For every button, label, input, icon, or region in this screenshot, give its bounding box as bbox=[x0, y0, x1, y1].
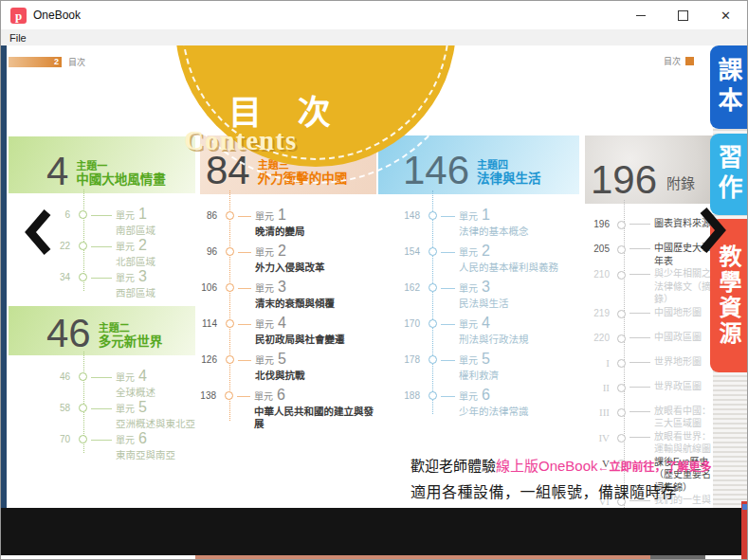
unit-label: 單元2 bbox=[459, 244, 558, 259]
appendix-row[interactable]: IV放眼看世界：運輸與航線圖 bbox=[585, 430, 714, 456]
unit-page-number: 148 bbox=[378, 208, 429, 221]
promo-link[interactable]: 線上版OneBook bbox=[496, 458, 598, 474]
appendix-row[interactable]: 219中國地形圖 bbox=[585, 306, 714, 331]
theme-banner[interactable]: 146主題四法律與生活 bbox=[378, 135, 579, 194]
unit-dash bbox=[441, 252, 455, 253]
unit-text: 單元1法律的基本概念 bbox=[459, 208, 529, 238]
unit-number: 3 bbox=[278, 280, 286, 295]
unit-word: 單元 bbox=[459, 392, 478, 402]
unit-text: 單元2北部區域 bbox=[116, 238, 155, 268]
unit-label: 單元1 bbox=[116, 207, 155, 222]
minimize-button[interactable] bbox=[619, 1, 662, 29]
toc-unit-row[interactable]: 148單元1法律的基本概念 bbox=[378, 208, 579, 244]
unit-text: 單元4民初政局與社會變遷 bbox=[255, 316, 345, 346]
toc-unit-row[interactable]: 188單元6少年的法律常識 bbox=[378, 388, 579, 424]
unit-word: 單元 bbox=[255, 356, 274, 366]
toc-unit-row[interactable]: 96單元2外力入侵與改革 bbox=[200, 244, 376, 280]
unit-label: 單元2 bbox=[255, 244, 325, 259]
theme-banner[interactable]: 4主題一中國大地風情畫 bbox=[9, 136, 195, 193]
prev-page-button[interactable] bbox=[23, 208, 51, 260]
unit-title: 法律的基本概念 bbox=[459, 226, 529, 238]
toc-unit-row[interactable]: 138單元6中華人民共和國的建立與發展 bbox=[200, 388, 376, 430]
unit-text: 單元5亞洲概述與東北亞 bbox=[116, 400, 195, 430]
unit-dash bbox=[441, 288, 455, 289]
unit-label: 單元1 bbox=[255, 208, 305, 223]
unit-label: 單元6 bbox=[116, 431, 175, 446]
unit-word: 單元 bbox=[116, 274, 135, 283]
appendix-banner[interactable]: 196附錄 bbox=[585, 135, 714, 204]
toc-unit-row[interactable]: 154單元2人民的基本權利與義務 bbox=[378, 244, 579, 280]
unit-text: 單元6中華人民共和國的建立與發展 bbox=[254, 388, 376, 430]
theme-banner[interactable]: 46主題二多元新世界 bbox=[9, 306, 195, 355]
corner-label: 目次 bbox=[68, 56, 85, 68]
appendix-row[interactable]: 205中國歷史大事年表 bbox=[585, 242, 714, 267]
maximize-button[interactable] bbox=[662, 1, 704, 29]
page-bottom-edge-grey bbox=[650, 555, 705, 560]
appendix-row[interactable]: 210與少年相關之法律條文（摘錄） bbox=[585, 267, 714, 306]
maximize-icon bbox=[678, 10, 688, 21]
unit-dash bbox=[91, 215, 112, 216]
unit-word: 單元 bbox=[255, 320, 274, 330]
appendix-item-title: 中國地形圖 bbox=[654, 306, 714, 319]
unit-dot bbox=[79, 273, 87, 281]
appendix-row[interactable]: 220中國政區圖 bbox=[585, 331, 714, 355]
unit-page-number: 114 bbox=[200, 316, 226, 329]
theme-page-number: 84 bbox=[206, 154, 250, 187]
unit-label: 單元1 bbox=[459, 208, 529, 223]
unit-number: 6 bbox=[138, 431, 147, 446]
chapter-tab-bar: 2 bbox=[9, 57, 62, 67]
appendix-row[interactable]: III放眼看中國：三大區域圖 bbox=[585, 405, 714, 430]
unit-number: 4 bbox=[278, 316, 286, 331]
appendix-dot bbox=[617, 221, 626, 229]
appendix-dash bbox=[629, 224, 650, 225]
toc-unit-row[interactable]: 46單元4全球概述 bbox=[9, 369, 195, 400]
toc-theme-3: 84主題三外力衝擊的中國86單元1晚清的變局96單元2外力入侵與改革106單元3… bbox=[200, 135, 376, 430]
unit-label: 單元2 bbox=[116, 238, 155, 253]
menu-file[interactable]: File bbox=[9, 32, 27, 44]
tab-課本[interactable]: 課本 bbox=[710, 45, 747, 129]
theme-page-number: 46 bbox=[46, 317, 91, 350]
unit-title: 西部區域 bbox=[116, 287, 155, 299]
unit-text: 單元6少年的法律常識 bbox=[459, 388, 529, 418]
unit-title: 晚清的變局 bbox=[255, 226, 305, 238]
toc-unit-row[interactable]: 58單元5亞洲概述與東北亞 bbox=[9, 400, 195, 431]
unit-label: 單元4 bbox=[116, 369, 155, 384]
toc-unit-row[interactable]: 106單元3清末的衰頹與傾覆 bbox=[200, 280, 376, 316]
unit-number: 4 bbox=[482, 316, 490, 331]
toc-unit-row[interactable]: 70單元6東南亞與南亞 bbox=[9, 431, 195, 462]
toc-unit-row[interactable]: 126單元5北伐與抗戰 bbox=[200, 352, 376, 388]
appendix-page-number: 205 bbox=[585, 242, 617, 254]
toc-appendix: 196附錄196圖表資料來源205中國歷史大事年表210與少年相關之法律條文（摘… bbox=[585, 135, 714, 508]
promo-link-cta[interactable]: ←立即前往，了解更多 bbox=[598, 461, 712, 474]
unit-dash bbox=[91, 377, 112, 378]
close-button[interactable]: ✕ bbox=[704, 1, 747, 29]
next-page-button[interactable] bbox=[700, 207, 728, 258]
appendix-page-number: IV bbox=[585, 430, 617, 443]
toc-unit-row[interactable]: 178單元5權利救濟 bbox=[378, 352, 579, 388]
appendix-row[interactable]: II世界政區圖 bbox=[585, 380, 714, 405]
theme-title-line1: 主題二 bbox=[99, 322, 163, 334]
page-corner-right: 目次 bbox=[657, 55, 694, 67]
unit-dot bbox=[429, 211, 437, 220]
unit-title: 東南亞與南亞 bbox=[116, 449, 175, 461]
unit-text: 單元3民法與生活 bbox=[459, 280, 509, 310]
appendix-dot bbox=[617, 334, 626, 343]
toc-unit-row[interactable]: 162單元3民法與生活 bbox=[378, 280, 579, 316]
unit-word: 單元 bbox=[116, 405, 135, 414]
unit-title: 外力入侵與改革 bbox=[255, 262, 325, 274]
toc-unit-row[interactable]: 86單元1晚清的變局 bbox=[200, 208, 376, 244]
appendix-dash bbox=[629, 362, 650, 363]
unit-label: 單元6 bbox=[254, 388, 376, 403]
toc-unit-row[interactable]: 170單元4刑法與行政法規 bbox=[378, 316, 579, 352]
appendix-row[interactable]: 196圖表資料來源 bbox=[585, 217, 714, 242]
unit-label: 單元5 bbox=[116, 400, 195, 415]
appendix-row[interactable]: I世界地形圖 bbox=[585, 355, 714, 380]
unit-number: 2 bbox=[138, 238, 147, 253]
toc-unit-row[interactable]: 34單元3西部區域 bbox=[9, 269, 195, 300]
unit-word: 單元 bbox=[116, 373, 135, 383]
theme-title-line2: 多元新世界 bbox=[99, 334, 163, 350]
tab-習作[interactable]: 習作 bbox=[710, 134, 747, 215]
unit-word: 單元 bbox=[116, 243, 135, 252]
unit-word: 單元 bbox=[255, 212, 274, 222]
toc-unit-row[interactable]: 114單元4民初政局與社會變遷 bbox=[200, 316, 376, 352]
